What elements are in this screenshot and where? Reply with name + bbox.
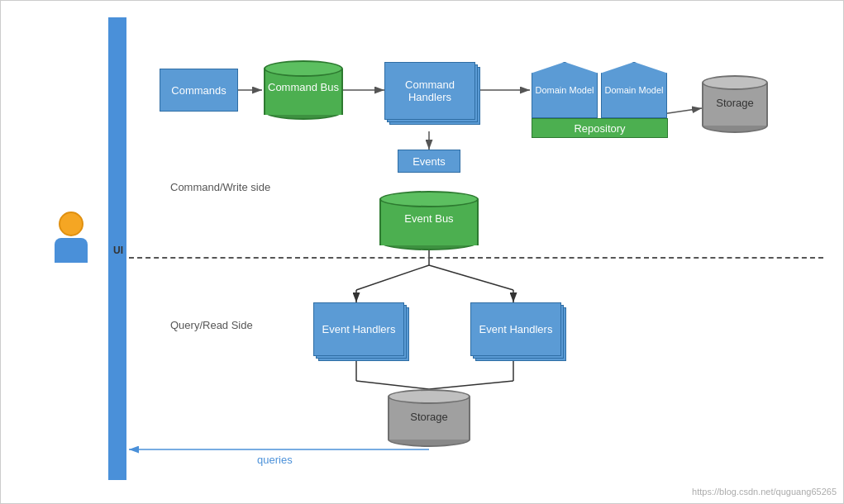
event-handlers-1-box: Event Handlers — [313, 302, 404, 356]
repository-bar: Repository — [532, 118, 668, 138]
user-icon — [46, 212, 96, 269]
event-handlers-2-box: Event Handlers — [470, 302, 561, 356]
svg-line-11 — [429, 265, 513, 290]
svg-line-14 — [356, 381, 429, 389]
ui-label: UI — [113, 245, 123, 256]
dashed-divider — [129, 257, 823, 259]
commands-box: Commands — [160, 69, 238, 112]
command-write-label: Command/Write side — [170, 181, 270, 193]
storage-bottom-cylinder: Storage — [388, 389, 470, 447]
queries-label: queries — [257, 454, 293, 466]
event-bus-cylinder: Event Bus — [379, 191, 479, 250]
user-head — [59, 212, 83, 236]
svg-line-16 — [429, 381, 513, 389]
command-bus-cylinder: Command Bus — [264, 60, 343, 120]
domain-model-2: Domain Model — [601, 62, 667, 118]
storage-top-cylinder: Storage — [702, 75, 768, 133]
query-read-label: Query/Read Side — [170, 319, 253, 331]
events-box: Events — [398, 150, 460, 173]
command-handlers-box: Command Handlers — [384, 62, 475, 120]
domain-model-1: Domain Model — [532, 62, 598, 118]
user-body — [55, 238, 88, 263]
svg-line-9 — [356, 265, 429, 290]
diagram-container: UI Commands Command Bus Command Handlers… — [0, 0, 844, 504]
watermark: https://blog.csdn.net/quguang65265 — [692, 487, 837, 497]
